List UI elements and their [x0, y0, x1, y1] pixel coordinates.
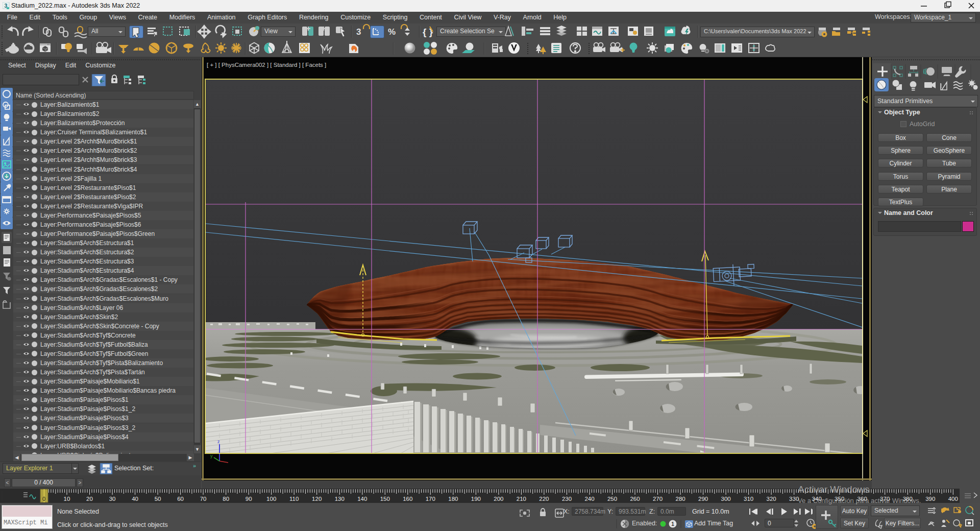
- svg-text:210: 210: [517, 496, 526, 502]
- svg-text:%: %: [388, 27, 396, 37]
- svg-text:390: 390: [925, 496, 935, 502]
- svg-text:180: 180: [448, 496, 458, 502]
- svg-text:150: 150: [380, 496, 390, 502]
- svg-text:310: 310: [744, 496, 753, 502]
- svg-text:270: 270: [653, 496, 663, 502]
- svg-text:30: 30: [109, 496, 116, 502]
- svg-text:130: 130: [335, 496, 345, 502]
- svg-text:60: 60: [177, 496, 184, 502]
- svg-text:20: 20: [86, 496, 93, 502]
- svg-text:50: 50: [155, 496, 161, 502]
- svg-text:190: 190: [471, 496, 481, 502]
- svg-text:300: 300: [721, 496, 731, 502]
- svg-text:{ }: { }: [423, 27, 433, 37]
- svg-text:90: 90: [246, 496, 252, 502]
- svg-text:220: 220: [539, 496, 549, 502]
- svg-text:1: 1: [671, 521, 674, 527]
- svg-text:z: z: [217, 439, 220, 444]
- svg-text:110: 110: [289, 496, 299, 502]
- svg-text:100: 100: [266, 496, 276, 502]
- svg-text:240: 240: [584, 496, 594, 502]
- svg-text:40: 40: [132, 496, 138, 502]
- svg-text:260: 260: [630, 496, 640, 502]
- svg-text:160: 160: [403, 496, 412, 502]
- svg-text:250: 250: [607, 496, 617, 502]
- svg-text:0: 0: [42, 496, 45, 502]
- svg-text:290: 290: [698, 496, 708, 502]
- svg-text:3: 3: [356, 27, 361, 37]
- svg-text:140: 140: [357, 496, 367, 502]
- svg-text:80: 80: [223, 496, 229, 502]
- svg-text:[ + ] [ PhysCamera002 ] [ Stan: [ + ] [ PhysCamera002 ] [ Standard ] [ F…: [207, 62, 326, 68]
- svg-text:70: 70: [200, 496, 207, 502]
- svg-text:230: 230: [562, 496, 572, 502]
- svg-text:280: 280: [676, 496, 685, 502]
- svg-text:320: 320: [767, 496, 776, 502]
- svg-text:120: 120: [312, 496, 322, 502]
- svg-text:170: 170: [426, 496, 435, 502]
- svg-text:200: 200: [494, 496, 503, 502]
- svg-text:y: y: [210, 453, 213, 458]
- svg-text:400: 400: [948, 496, 958, 502]
- svg-text:10: 10: [64, 496, 70, 502]
